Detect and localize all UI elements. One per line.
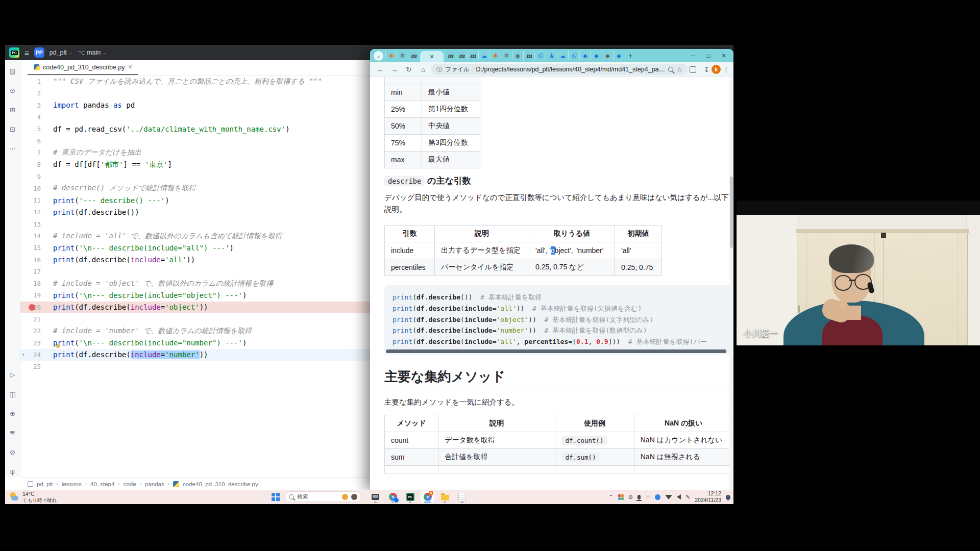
favicon-asterisk-icon[interactable]: ✱ bbox=[385, 51, 397, 60]
line-number[interactable]: 4 bbox=[20, 113, 48, 121]
start-button[interactable] bbox=[272, 493, 280, 501]
favicon-asterisk-icon[interactable]: ✱ bbox=[489, 51, 501, 60]
line-number[interactable]: 8 bbox=[20, 161, 48, 168]
python-packages-icon[interactable]: ⊕ bbox=[7, 408, 18, 419]
line-number[interactable]: 15 bbox=[20, 244, 48, 252]
line-number[interactable]: 9 bbox=[20, 173, 48, 181]
tab-search-chevron-icon[interactable]: ⌄ bbox=[374, 51, 383, 61]
forward-button[interactable]: → bbox=[388, 66, 401, 73]
terminal-icon[interactable]: ≣ bbox=[7, 427, 18, 438]
line-number[interactable]: 14 bbox=[20, 232, 48, 240]
blue-app-icon[interactable] bbox=[655, 494, 660, 500]
weather-widget[interactable]: 14°Cくもり時々晴れ bbox=[9, 491, 57, 503]
download-icon[interactable]: ↧ bbox=[704, 66, 709, 73]
line-number[interactable]: 18 bbox=[20, 280, 48, 287]
hamburger-menu-icon[interactable]: ≡ bbox=[24, 48, 29, 57]
wifi-icon[interactable] bbox=[665, 495, 672, 499]
clock[interactable]: 12:122024/11/23 bbox=[695, 490, 721, 504]
taskbar-desktop-icon[interactable] bbox=[369, 491, 382, 503]
notification-bell-icon[interactable] bbox=[726, 495, 730, 499]
line-number[interactable]: 22 bbox=[20, 327, 48, 335]
problems-icon[interactable]: ⊘ bbox=[7, 446, 18, 458]
profile-avatar[interactable]: k bbox=[712, 65, 721, 74]
favicon-gear-icon[interactable]: ⚙ bbox=[397, 51, 408, 60]
favicon-k-icon[interactable]: k bbox=[546, 51, 557, 60]
line-number[interactable]: 17 bbox=[20, 268, 48, 276]
taskbar-notepad-icon[interactable] bbox=[455, 491, 469, 503]
favicon-shield-icon[interactable]: ◆ bbox=[613, 51, 624, 60]
breadcrumb-item[interactable]: code bbox=[124, 481, 136, 487]
close-tab-icon[interactable]: ✕ bbox=[128, 64, 133, 70]
line-number[interactable]: 2 bbox=[20, 89, 48, 97]
chevron-up-icon[interactable]: ⌃ bbox=[609, 494, 614, 500]
favicon-m-icon[interactable]: m bbox=[445, 51, 456, 60]
favicon-cloud-icon[interactable]: ☁ bbox=[478, 51, 489, 60]
pull-requests-icon[interactable]: ⊞ bbox=[7, 104, 18, 115]
breadcrumb-item[interactable]: pd_plt bbox=[37, 481, 53, 487]
line-number[interactable]: 25 bbox=[20, 363, 48, 370]
line-number[interactable]: 23 bbox=[20, 339, 48, 347]
favicon-m-icon[interactable]: m bbox=[456, 51, 467, 60]
favicon-shield-icon[interactable]: ◆ bbox=[602, 51, 613, 60]
home-button[interactable]: ⌂ bbox=[417, 66, 429, 73]
favicon-google-icon[interactable]: G bbox=[534, 51, 546, 60]
favicon-m-icon[interactable]: m bbox=[523, 51, 534, 60]
services-icon[interactable]: ◫ bbox=[7, 388, 18, 399]
reload-button[interactable]: ↻ bbox=[403, 65, 415, 73]
taskbar-pycharm-icon[interactable]: PC bbox=[403, 491, 417, 503]
line-number[interactable]: 6 bbox=[20, 137, 48, 145]
close-tab-icon[interactable]: ✕ bbox=[429, 54, 434, 60]
taskbar-chrome-k-icon[interactable]: k bbox=[421, 491, 434, 503]
commit-icon[interactable]: ⊙ bbox=[7, 85, 18, 96]
favicon-shield-icon[interactable]: ◆ bbox=[579, 51, 591, 60]
back-button[interactable]: ← bbox=[374, 66, 386, 73]
line-number[interactable]: 13 bbox=[20, 220, 48, 228]
ime-pen-icon[interactable]: ✎ bbox=[685, 494, 690, 500]
favicon-chrome-icon[interactable]: ◉ bbox=[512, 51, 523, 60]
volume-icon[interactable] bbox=[677, 494, 681, 499]
run-icon[interactable]: ▷ bbox=[7, 369, 18, 380]
line-number[interactable]: 7 bbox=[20, 149, 48, 157]
line-number[interactable]: 16 bbox=[20, 256, 48, 264]
editor-tab[interactable]: code40_pd_310_describe.py ✕ bbox=[28, 60, 138, 75]
favicon-m-icon[interactable]: m bbox=[408, 51, 419, 60]
favicon-shield-icon[interactable]: ◆ bbox=[591, 51, 602, 60]
line-number[interactable]: 19 bbox=[20, 291, 48, 299]
breakpoint-icon[interactable] bbox=[29, 304, 35, 311]
favicon-cloud-icon[interactable]: ☁ bbox=[557, 51, 568, 60]
zoom-icon[interactable] bbox=[668, 67, 673, 72]
new-tab-button[interactable]: + bbox=[624, 52, 636, 60]
project-selector[interactable]: pd_plt⌄ bbox=[50, 49, 73, 56]
version-control-icon[interactable]: ψ bbox=[7, 466, 18, 477]
taskbar-search[interactable]: 検索 bbox=[285, 491, 361, 502]
taskbar-folder-icon[interactable] bbox=[438, 491, 452, 503]
line-number[interactable]: 11 bbox=[20, 196, 48, 204]
address-bar[interactable]: ⓘ ファイル D:/projects/lessons/pd_plt/lesson… bbox=[431, 64, 688, 75]
structure-icon[interactable]: ⊡ bbox=[7, 123, 18, 135]
breadcrumb-item[interactable]: 40_step4 bbox=[90, 481, 114, 487]
bookmark-star-icon[interactable]: ☆ bbox=[676, 66, 682, 73]
chrome-menu-icon[interactable]: ⋮ bbox=[723, 66, 729, 73]
favicon-google-icon[interactable]: G bbox=[568, 51, 579, 60]
line-number[interactable]: 5 bbox=[20, 125, 48, 133]
line-number[interactable]: 3 bbox=[20, 102, 48, 109]
line-number[interactable]: 10 bbox=[20, 185, 48, 192]
breadcrumb-item[interactable]: lessons bbox=[62, 481, 82, 487]
extensions-icon[interactable] bbox=[690, 66, 696, 73]
page-scrollbar[interactable] bbox=[729, 77, 733, 490]
breadcrumb-item[interactable]: code40_pd_310_describe.py bbox=[183, 481, 258, 487]
ai-gutter-icon[interactable]: ✦ bbox=[22, 352, 25, 357]
active-tab[interactable]: ✕ bbox=[420, 51, 444, 62]
line-number[interactable]: 1 bbox=[20, 78, 48, 85]
favicon-m-icon[interactable]: m bbox=[467, 51, 478, 60]
onedrive-paused-icon[interactable]: ⊘ bbox=[628, 494, 633, 500]
more-tools-icon[interactable]: ⋯ bbox=[7, 143, 18, 154]
close-button[interactable]: ✕ bbox=[716, 53, 731, 59]
minimize-button[interactable]: ─ bbox=[685, 53, 701, 59]
project-folder-icon[interactable]: ▤ bbox=[7, 65, 18, 77]
maximize-button[interactable]: □ bbox=[701, 53, 716, 59]
microphone-icon[interactable] bbox=[638, 495, 641, 499]
line-number[interactable]: 21 bbox=[20, 315, 48, 323]
breadcrumb-item[interactable]: pandas bbox=[145, 481, 164, 487]
intention-bulb-icon[interactable] bbox=[56, 344, 60, 348]
